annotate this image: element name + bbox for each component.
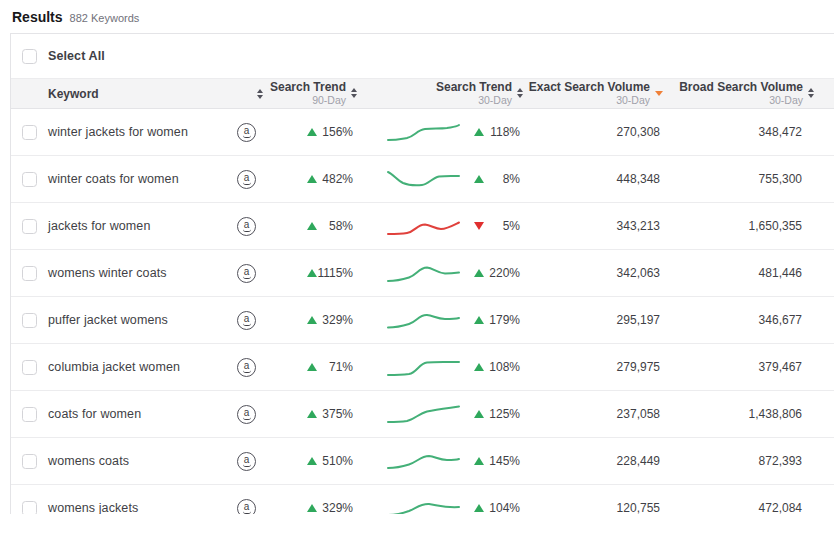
amazon-marketplace-icon[interactable]: a [237,217,256,236]
table-row[interactable]: puffer jacket womens a 329% 179% 295,197… [11,297,834,344]
trend30-direction-icon [474,504,484,512]
broad-volume-value: 872,393 [663,438,834,484]
trend90-direction-icon [307,410,317,418]
keyword-text: womens jackets [48,500,138,514]
amazon-marketplace-icon[interactable]: a [237,264,256,283]
table-row[interactable]: jackets for women a 58% 5% 343,213 1,650… [11,203,834,250]
amazon-marketplace-icon[interactable]: a [237,499,256,515]
search-trend-sparkline [386,119,461,145]
column-header-exact-search-volume[interactable]: Exact Search Volume 30-Day [523,81,663,106]
trend30-value: 108% [484,360,523,374]
table-row[interactable]: womens winter coats a 1115% 220% 342,063… [11,250,834,297]
search-trend-sparkline [386,354,461,380]
exact-column-sublabel: 30-Day [616,95,650,106]
column-header-search-trend-90[interactable]: Search Trend 90-Day [269,81,357,106]
keyword-text: winter coats for women [48,171,179,187]
trend30-value: 145% [484,454,523,468]
trend90-column-sublabel: 90-Day [312,95,346,106]
trend30-value: 179% [484,313,523,327]
results-title: Results [12,9,63,25]
column-header-keyword[interactable]: Keyword [48,87,269,101]
keyword-text: womens winter coats [48,265,167,281]
select-all-row: Select All [11,34,834,78]
keyword-column-label: Keyword [48,87,99,101]
row-checkbox[interactable] [22,501,37,515]
broad-volume-value: 1,438,806 [663,391,834,437]
exact-volume-value: 342,063 [523,250,663,296]
trend90-value: 329% [317,313,357,327]
select-all-checkbox[interactable] [22,49,37,64]
search-trend-sparkline [386,213,461,239]
broad-volume-value: 472,084 [663,485,834,514]
keyword-text: coats for women [48,406,141,422]
trend90-direction-icon [307,504,317,512]
trend90-direction-icon [307,128,317,136]
trend90-value: 329% [317,501,357,514]
trend90-value: 375% [317,407,357,421]
trend90-direction-icon [307,363,317,371]
row-checkbox[interactable] [22,219,37,234]
trend30-column-label: Search Trend [436,81,512,94]
trend30-direction-icon [474,128,484,136]
broad-volume-value: 1,650,355 [663,203,834,249]
keyword-text: columbia jacket women [48,359,180,375]
amazon-marketplace-icon[interactable]: a [237,405,256,424]
trend90-direction-icon [307,175,317,183]
table-row[interactable]: womens coats a 510% 145% 228,449 872,393 [11,438,834,485]
keyword-text: winter jackets for women [48,124,188,140]
exact-column-label: Exact Search Volume [529,81,650,94]
trend30-column-sublabel: 30-Day [478,95,512,106]
trend90-column-label: Search Trend [270,81,346,94]
row-checkbox[interactable] [22,407,37,422]
row-checkbox[interactable] [22,172,37,187]
table-row[interactable]: winter jackets for women a 156% 118% 270… [11,109,834,156]
sort-icon[interactable] [808,88,814,98]
trend90-direction-icon [307,222,317,230]
trend30-value: 104% [484,501,523,514]
row-checkbox[interactable] [22,454,37,469]
row-checkbox[interactable] [22,266,37,281]
search-trend-sparkline [386,166,461,192]
exact-volume-value: 295,197 [523,297,663,343]
exact-volume-value: 237,058 [523,391,663,437]
search-trend-sparkline [386,307,461,333]
search-trend-sparkline [386,401,461,427]
table-row[interactable]: columbia jacket women a 71% 108% 279,975… [11,344,834,391]
exact-volume-value: 279,975 [523,344,663,390]
table-row[interactable]: coats for women a 375% 125% 237,058 1,43… [11,391,834,438]
amazon-marketplace-icon[interactable]: a [237,123,256,142]
search-trend-sparkline [386,448,461,474]
trend30-direction-icon [474,363,484,371]
sort-descending-active-icon[interactable] [655,91,663,96]
amazon-marketplace-icon[interactable]: a [237,311,256,330]
keyword-text: puffer jacket womens [48,312,168,328]
trend90-value: 510% [317,454,357,468]
table-body: winter jackets for women a 156% 118% 270… [11,109,834,514]
amazon-marketplace-icon[interactable]: a [237,452,256,471]
broad-volume-value: 481,446 [663,250,834,296]
trend90-direction-icon [307,316,317,324]
row-checkbox[interactable] [22,125,37,140]
amazon-marketplace-icon[interactable]: a [237,358,256,377]
table-row[interactable]: womens jackets a 329% 104% 120,755 472,0… [11,485,834,514]
column-header-broad-search-volume[interactable]: Broad Search Volume 30-Day [663,81,834,106]
exact-volume-value: 343,213 [523,203,663,249]
exact-volume-value: 120,755 [523,485,663,514]
column-header-search-trend-30[interactable]: Search Trend 30-Day [357,81,523,106]
exact-volume-value: 270,308 [523,109,663,155]
trend30-value: 118% [484,125,523,139]
broad-column-sublabel: 30-Day [769,95,803,106]
trend30-direction-icon [474,222,484,230]
trend30-direction-icon [474,457,484,465]
sort-icon[interactable] [257,89,263,99]
select-all-label: Select All [48,49,105,63]
trend90-direction-icon [307,457,317,465]
row-checkbox[interactable] [22,313,37,328]
row-checkbox[interactable] [22,360,37,375]
amazon-marketplace-icon[interactable]: a [237,170,256,189]
table-row[interactable]: winter coats for women a 482% 8% 448,348… [11,156,834,203]
search-trend-sparkline [386,260,461,286]
trend90-value: 71% [317,360,357,374]
trend30-direction-icon [474,410,484,418]
trend30-direction-icon [474,269,484,277]
